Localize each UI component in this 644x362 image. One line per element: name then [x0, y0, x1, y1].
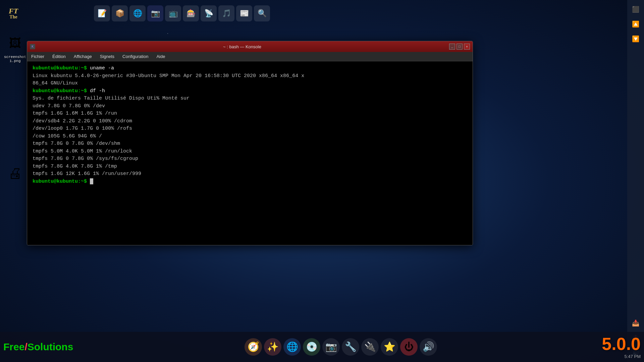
- terminal-content[interactable]: kubuntu@kubuntu:~$ uname -a Linux kubunt…: [27, 61, 473, 245]
- terminal-line-2: kubuntu@kubuntu:~$ df -h: [33, 87, 467, 95]
- taskbar-icon-media[interactable]: 📷: [147, 5, 163, 21]
- taskbar-icon-video[interactable]: 📺: [165, 5, 181, 21]
- menu-affichage[interactable]: Affichage: [72, 53, 93, 60]
- taskbar-icon-package[interactable]: 📦: [112, 5, 128, 21]
- bottom-icon-power[interactable]: ⏻: [400, 338, 418, 356]
- terminal-output-1b: 86_64 GNU/Linux: [33, 80, 467, 87]
- screenshot-file-icon: 🖼: [5, 34, 25, 54]
- top-taskbar: FT The 📝 📦 🌐 📷 📺 🎰 📡 🎵 📰 🔍: [0, 0, 644, 27]
- menu-signets[interactable]: Signets: [99, 53, 116, 60]
- bottom-icon-2[interactable]: ✨: [264, 338, 281, 356]
- taskbar-icon-music[interactable]: 🎵: [218, 5, 234, 21]
- right-panel-icon-4[interactable]: 📥: [630, 317, 642, 329]
- right-panel-icon-3[interactable]: 🔽: [630, 33, 642, 45]
- output-df-header: Sys. de fichiers Taille Utilisé Dispo Ut…: [33, 96, 190, 101]
- desktop-icon-screenshot[interactable]: 🖼 screenshot1.png: [3, 34, 27, 63]
- df-row-7: tmpfs 5.0M 4.0K 5.0M 1% /run/lock: [33, 148, 467, 156]
- output-df-3: /dev/sdb4 2.2G 2.2G 0 100% /cdrom: [33, 118, 132, 124]
- desktop-icon-printer[interactable]: 🖨: [3, 164, 27, 184]
- output-df-4: /dev/loop0 1.7G 1.7G 0 100% /rofs: [33, 126, 132, 131]
- output-uname: Linux kubuntu 5.4.0-26-generic #30-Ubunt…: [33, 73, 304, 79]
- version-number: 5.0.0: [602, 335, 641, 353]
- prompt-1: kubuntu@kubuntu:~$: [33, 65, 87, 71]
- printer-icon: 🖨: [5, 164, 25, 184]
- df-row-8: tmpfs 7.8G 0 7.8G 0% /sys/fs/cgroup: [33, 155, 467, 163]
- konsole-titlebar: K ~ : bash — Konsole _ □ ✕: [27, 41, 473, 52]
- terminal-line-1: kubuntu@kubuntu:~$ uname -a: [33, 65, 467, 72]
- output-df-9: tmpfs 7.8G 4.0K 7.8G 1% /tmp: [33, 164, 117, 169]
- konsole-app-icon: K: [30, 44, 35, 49]
- output-df-7: tmpfs 5.0M 4.0K 5.0M 1% /run/lock: [33, 148, 132, 154]
- df-header: Sys. de fichiers Taille Utilisé Dispo Ut…: [33, 95, 467, 103]
- output-df-6: tmpfs 7.8G 0 7.8G 0% /dev/shm: [33, 141, 120, 146]
- taskbar-icon-game[interactable]: 🎰: [183, 5, 199, 21]
- menu-configuration[interactable]: Configuration: [121, 53, 150, 60]
- terminal-cursor: [90, 178, 93, 184]
- bottom-icon-sound[interactable]: 🔊: [420, 338, 437, 356]
- taskbar-icon-web[interactable]: 🌐: [129, 5, 146, 21]
- bottom-icon-3[interactable]: 🌐: [283, 338, 301, 356]
- df-row-3: /dev/sdb4 2.2G 2.2G 0 100% /cdrom: [33, 118, 467, 125]
- konsole-menubar: Fichier Édition Affichage Signets Config…: [27, 52, 473, 61]
- bottom-icon-7[interactable]: 🔌: [361, 338, 379, 356]
- output-df-8: tmpfs 7.8G 0 7.8G 0% /sys/fs/cgroup: [33, 156, 138, 162]
- bottom-taskbar-icons: 🧭 ✨ 🌐 💿 📷 🔧 🔌 ⭐ ⏻ 🔊: [80, 338, 602, 356]
- terminal-output-1: Linux kubuntu 5.4.0-26-generic #30-Ubunt…: [33, 72, 467, 80]
- cmd-3: [87, 179, 90, 184]
- right-panel-icon-2[interactable]: 🔼: [630, 18, 642, 30]
- taskbar-icon-search[interactable]: 🔍: [254, 5, 270, 21]
- prompt-2: kubuntu@kubuntu:~$: [33, 88, 87, 94]
- desktop: FT The 📝 📦 🌐 📷 📺 🎰 📡 🎵 📰 🔍 ⬛ 🔼 🔽 📥 📤 🔊: [0, 0, 644, 362]
- right-panel: ⬛ 🔼 🔽 📥 📤 🔊: [627, 0, 644, 362]
- right-panel-icon-1[interactable]: ⬛: [630, 3, 642, 15]
- bottom-icon-1[interactable]: 🧭: [245, 338, 262, 356]
- terminal-line-3: kubuntu@kubuntu:~$: [33, 178, 467, 186]
- konsole-close-button[interactable]: ✕: [464, 44, 470, 50]
- bottom-icon-4[interactable]: 💿: [303, 338, 320, 356]
- taskbar-logo: FT The: [3, 3, 23, 23]
- bottom-icon-6[interactable]: 🔧: [342, 338, 359, 356]
- cmd-2: df -h: [87, 88, 105, 94]
- menu-fichier[interactable]: Fichier: [30, 53, 46, 60]
- output-df-5: /cow 105G 5.6G 94G 6% /: [33, 133, 102, 139]
- menu-aide[interactable]: Aide: [155, 53, 166, 60]
- df-row-10: tmpfs 1.6G 12K 1.6G 1% /run/user/999: [33, 170, 467, 178]
- menu-edition[interactable]: Édition: [51, 53, 67, 60]
- prompt-3: kubuntu@kubuntu:~$: [33, 179, 87, 184]
- df-row-5: /cow 105G 5.6G 94G 6% /: [33, 133, 467, 140]
- df-row-6: tmpfs 7.8G 0 7.8G 0% /dev/shm: [33, 140, 467, 148]
- output-df-1: udev 7.8G 0 7.8G 0% /dev: [33, 103, 105, 109]
- taskbar-icon-editor[interactable]: 📝: [94, 5, 110, 21]
- konsole-maximize-button[interactable]: □: [457, 44, 463, 50]
- konsole-window: K ~ : bash — Konsole _ □ ✕ Fichier Éditi…: [27, 41, 473, 245]
- screenshot-file-label: screenshot1.png: [3, 55, 27, 63]
- bottom-taskbar: Free / Solutions 🧭 ✨ 🌐 💿 📷 🔧 🔌 ⭐ ⏻ 🔊 5.0…: [0, 332, 644, 362]
- bottom-right: 5.0.0 5:47 PM: [602, 335, 641, 359]
- output-df-10: tmpfs 1.6G 12K 1.6G 1% /run/user/999: [33, 171, 141, 177]
- taskbar-icon-news[interactable]: 📰: [236, 5, 252, 21]
- cmd-1: uname -a: [87, 65, 114, 71]
- konsole-title: ~ : bash — Konsole: [38, 44, 446, 49]
- df-row-2: tmpfs 1.6G 1.6M 1.6G 1% /run: [33, 110, 467, 118]
- konsole-window-buttons: _ □ ✕: [449, 44, 470, 50]
- taskbar-icon-radio[interactable]: 📡: [201, 5, 217, 21]
- df-row-1: udev 7.8G 0 7.8G 0% /dev: [33, 103, 467, 110]
- output-uname-2: 86_64 GNU/Linux: [33, 80, 78, 86]
- df-row-4: /dev/loop0 1.7G 1.7G 0 100% /rofs: [33, 125, 467, 133]
- left-icons: 🖼 screenshot1.png 🖨: [3, 34, 27, 184]
- output-df-2: tmpfs 1.6G 1.6M 1.6G 1% /run: [33, 111, 117, 116]
- bottom-logo: Free / Solutions: [3, 341, 73, 353]
- konsole-minimize-button[interactable]: _: [449, 44, 455, 50]
- df-row-9: tmpfs 7.8G 4.0K 7.8G 1% /tmp: [33, 163, 467, 171]
- top-taskbar-icons: 📝 📦 🌐 📷 📺 🎰 📡 🎵 📰 🔍: [94, 5, 270, 21]
- bottom-icon-5[interactable]: 📷: [322, 338, 340, 356]
- bottom-icon-8[interactable]: ⭐: [381, 338, 398, 356]
- clock: 5:47 PM: [625, 354, 641, 359]
